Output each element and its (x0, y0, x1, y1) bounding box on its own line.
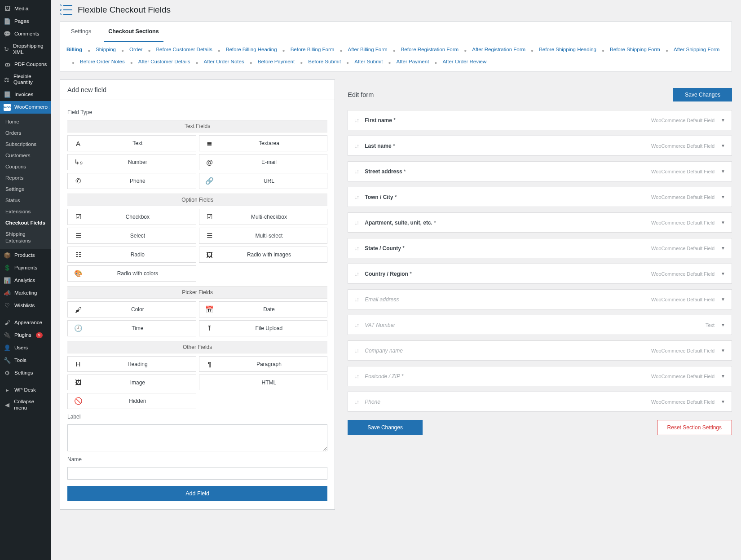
field-type-checkbox[interactable]: ☑Checkbox (67, 209, 196, 225)
name-input[interactable] (67, 467, 327, 480)
drag-handle-icon[interactable]: ↓↑ (354, 322, 358, 328)
field-type-text[interactable]: AText (67, 135, 196, 151)
submenu-item-coupons[interactable]: Coupons (0, 161, 51, 172)
form-field-state-county[interactable]: ↓↑State / County *WooCommerce Default Fi… (348, 238, 732, 258)
subtab-after-order-review[interactable]: After Order Review (442, 59, 486, 66)
sidebar-item-settings[interactable]: ⚙Settings (0, 366, 51, 379)
submenu-item-settings[interactable]: Settings (0, 184, 51, 195)
form-field-vat-number[interactable]: ↓↑VAT NumberText▼ (348, 315, 732, 335)
chevron-down-icon[interactable]: ▼ (721, 220, 725, 225)
submenu-item-status[interactable]: Status (0, 195, 51, 206)
field-type-radio-with-images[interactable]: 🖼Radio with images (199, 247, 328, 263)
submenu-item-reports[interactable]: Reports (0, 172, 51, 184)
add-field-button[interactable]: Add Field (67, 486, 327, 501)
tab-checkout-sections[interactable]: Checkout Sections (104, 22, 163, 42)
field-type-image[interactable]: 🖼Image (67, 375, 196, 390)
drag-handle-icon[interactable]: ↓↑ (354, 347, 358, 354)
field-type-multi-checkbox[interactable]: ☑Multi-checkbox (199, 209, 328, 225)
submenu-item-subscriptions[interactable]: Subscriptions (0, 139, 51, 150)
drag-handle-icon[interactable]: ↓↑ (354, 142, 358, 149)
subtab-after-order-notes[interactable]: After Order Notes (204, 59, 244, 66)
sidebar-item-dropshipping-xml[interactable]: ↻Dropshipping XML (0, 40, 51, 58)
subtab-shipping[interactable]: Shipping (96, 47, 116, 54)
chevron-down-icon[interactable]: ▼ (721, 169, 725, 174)
form-field-phone[interactable]: ↓↑PhoneWooCommerce Default Field▼ (348, 392, 732, 412)
sidebar-item-comments[interactable]: 💬Comments (0, 28, 51, 40)
field-type-radio-with-colors[interactable]: 🎨Radio with colors (67, 265, 196, 282)
sidebar-item-woocommerce[interactable]: woo WooCommerce (0, 101, 51, 114)
sidebar-item-analytics[interactable]: 📊Analytics (0, 274, 51, 287)
label-textarea[interactable] (67, 424, 327, 451)
subtab-after-customer-details[interactable]: After Customer Details (138, 59, 190, 66)
sidebar-item-products[interactable]: 📦Products (0, 249, 51, 261)
subtab-order[interactable]: Order (129, 47, 142, 54)
chevron-down-icon[interactable]: ▼ (721, 118, 725, 123)
field-type-url[interactable]: 🔗URL (199, 173, 328, 189)
save-changes-button-top[interactable]: Save Changes (673, 88, 732, 101)
sidebar-item-payments[interactable]: 💲Payments (0, 261, 51, 274)
sidebar-item-invoices[interactable]: 📃Invoices (0, 88, 51, 101)
drag-handle-icon[interactable]: ↓↑ (354, 296, 358, 303)
field-type-date[interactable]: 📅Date (199, 301, 328, 317)
field-type-radio[interactable]: ☷Radio (67, 247, 196, 263)
form-field-email-address[interactable]: ↓↑Email addressWooCommerce Default Field… (348, 289, 732, 309)
sidebar-item-flexible-quantity[interactable]: ⚖Flexible Quantity (0, 71, 51, 89)
drag-handle-icon[interactable]: ↓↑ (354, 219, 358, 226)
field-type-number[interactable]: ↳₉Number (67, 154, 196, 170)
sidebar-item-users[interactable]: 👤Users (0, 341, 51, 354)
chevron-down-icon[interactable]: ▼ (721, 399, 725, 404)
sidebar-item-media[interactable]: 🖼Media (0, 3, 51, 15)
field-type-multi-select[interactable]: ☰Multi-select (199, 228, 328, 244)
form-field-street-address[interactable]: ↓↑Street address *WooCommerce Default Fi… (348, 161, 732, 181)
drag-handle-icon[interactable]: ↓↑ (354, 398, 358, 405)
field-type-time[interactable]: 🕘Time (67, 320, 196, 336)
submenu-item-customers[interactable]: Customers (0, 150, 51, 161)
field-type-textarea[interactable]: ≣Textarea (199, 135, 328, 151)
chevron-down-icon[interactable]: ▼ (721, 246, 725, 251)
subtab-before-registration-form[interactable]: Before Registration Form (401, 47, 459, 54)
subtab-before-shipping-heading[interactable]: Before Shipping Heading (539, 47, 596, 54)
field-type-hidden[interactable]: 🚫Hidden (67, 393, 196, 409)
subtab-before-shipping-form[interactable]: Before Shipping Form (610, 47, 660, 54)
field-type-file-upload[interactable]: ⤒File Upload (199, 320, 328, 336)
submenu-item-checkout-fields[interactable]: Checkout Fields (0, 217, 51, 229)
subtab-after-payment[interactable]: After Payment (396, 59, 429, 66)
subtab-after-submit[interactable]: After Submit (354, 59, 383, 66)
submenu-item-home[interactable]: Home (0, 116, 51, 128)
form-field-last-name[interactable]: ↓↑Last name *WooCommerce Default Field▼ (348, 136, 732, 156)
chevron-down-icon[interactable]: ▼ (721, 348, 725, 353)
sidebar-item-collapse-menu[interactable]: ◀Collapse menu (0, 396, 51, 414)
drag-handle-icon[interactable]: ↓↑ (354, 117, 358, 123)
form-field-postcode-zip[interactable]: ↓↑Postcode / ZIP *WooCommerce Default Fi… (348, 366, 732, 386)
subtab-before-payment[interactable]: Before Payment (258, 59, 295, 66)
sidebar-item-wp-desk[interactable]: ▸WP Desk (0, 384, 51, 396)
form-field-company-name[interactable]: ↓↑Company nameWooCommerce Default Field▼ (348, 340, 732, 361)
sidebar-item-appearance[interactable]: 🖌Appearance (0, 316, 51, 329)
subtab-after-registration-form[interactable]: After Registration Form (472, 47, 525, 54)
subtab-before-billing-form[interactable]: Before Billing Form (291, 47, 335, 54)
field-type-color[interactable]: 🖌Color (67, 301, 196, 317)
chevron-down-icon[interactable]: ▼ (721, 194, 725, 199)
sidebar-item-plugins[interactable]: 🔌Plugins9 (0, 329, 51, 341)
submenu-item-orders[interactable]: Orders (0, 128, 51, 139)
subtab-before-order-notes[interactable]: Before Order Notes (80, 59, 125, 66)
drag-handle-icon[interactable]: ↓↑ (354, 373, 358, 379)
subtab-before-submit[interactable]: Before Submit (308, 59, 341, 66)
form-field-first-name[interactable]: ↓↑First name *WooCommerce Default Field▼ (348, 110, 732, 130)
field-type-phone[interactable]: ✆Phone (67, 173, 196, 189)
subtab-billing[interactable]: Billing (66, 47, 82, 54)
subtab-before-billing-heading[interactable]: Before Billing Heading (226, 47, 277, 54)
subtab-after-billing-form[interactable]: After Billing Form (348, 47, 387, 54)
form-field-country-region[interactable]: ↓↑Country / Region *WooCommerce Default … (348, 264, 732, 284)
chevron-down-icon[interactable]: ▼ (721, 143, 725, 148)
reset-section-button[interactable]: Reset Section Settings (657, 420, 732, 435)
form-field-apartment-suite-unit-etc-[interactable]: ↓↑Apartment, suite, unit, etc. *WooComme… (348, 212, 732, 233)
chevron-down-icon[interactable]: ▼ (721, 297, 725, 302)
chevron-down-icon[interactable]: ▼ (721, 374, 725, 379)
drag-handle-icon[interactable]: ↓↑ (354, 245, 358, 251)
field-type-select[interactable]: ☰Select (67, 228, 196, 244)
subtab-before-customer-details[interactable]: Before Customer Details (156, 47, 212, 54)
drag-handle-icon[interactable]: ↓↑ (354, 270, 358, 277)
drag-handle-icon[interactable]: ↓↑ (354, 168, 358, 175)
save-changes-button-bottom[interactable]: Save Changes (348, 420, 423, 435)
